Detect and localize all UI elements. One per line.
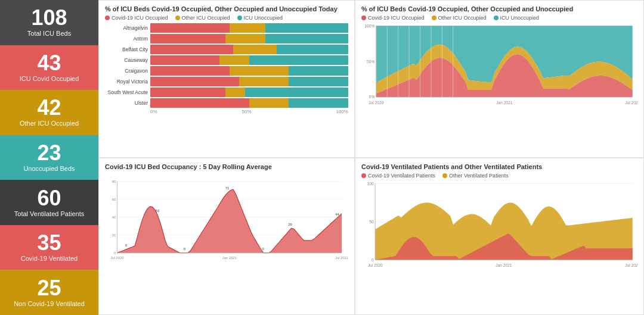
svg-text:40: 40 bbox=[112, 215, 116, 219]
hbar-gold bbox=[239, 77, 289, 86]
legend-dot bbox=[361, 173, 366, 178]
stat-number-covid-vent: 35 bbox=[37, 232, 61, 254]
hbar-track bbox=[150, 55, 348, 65]
hbar-gold bbox=[230, 23, 265, 33]
area-chart-top-legend: Covid-19 ICU OccupiedOther ICU OccupiedI… bbox=[361, 15, 637, 21]
stat-label-noncovid-vent: Non Covid-19 Ventilated bbox=[14, 300, 85, 308]
stat-card-total-icu: 108 Total ICU Beds bbox=[0, 0, 98, 45]
svg-text:Jan 2021: Jan 2021 bbox=[222, 255, 237, 259]
svg-text:0: 0 bbox=[262, 247, 264, 251]
svg-text:Jul 2020: Jul 2020 bbox=[369, 101, 383, 105]
svg-text:0%: 0% bbox=[369, 95, 375, 99]
bar-chart-legend: Covid-19 ICU OccupiedOther ICU OccupiedI… bbox=[105, 15, 348, 21]
legend-dot bbox=[442, 173, 447, 178]
top-area-svg: 0%50%100%Jul 2020Jan 2021Jul 2021 bbox=[361, 23, 637, 110]
svg-text:100%: 100% bbox=[364, 24, 374, 28]
stat-label-other-icu: Other ICU Occupied bbox=[20, 120, 79, 127]
xaxis-label: 100% bbox=[336, 109, 348, 114]
legend-item: Other ICU Occupied bbox=[175, 15, 230, 21]
hbar-gold bbox=[230, 66, 289, 76]
xaxis-label: 50% bbox=[242, 109, 252, 114]
bottom-area-svg: 050100Jul 2020Jan 2021Jul 2021 bbox=[361, 181, 637, 272]
legend-label: Other ICU Occupied bbox=[182, 15, 230, 21]
hbar-teal bbox=[265, 23, 348, 33]
hbar-teal bbox=[249, 55, 348, 65]
legend-dot bbox=[175, 15, 180, 20]
legend-dot bbox=[237, 15, 242, 20]
hbar-gold bbox=[225, 34, 265, 43]
hbar-label: South West Acute bbox=[105, 89, 148, 95]
svg-text:0: 0 bbox=[371, 257, 374, 261]
legend-item: ICU Unoccupied bbox=[237, 15, 283, 21]
svg-text:20: 20 bbox=[112, 233, 116, 236]
hbar-row: Antrim bbox=[105, 34, 348, 43]
area-chart-bottom-title: Covid-19 Ventilated Patients and Other V… bbox=[361, 163, 637, 170]
hbar-red bbox=[150, 88, 225, 97]
hbar-red bbox=[150, 66, 230, 76]
stat-number-other-icu: 42 bbox=[37, 97, 61, 118]
svg-text:50%: 50% bbox=[367, 60, 374, 64]
legend-label: Other Ventilated Patients bbox=[449, 173, 509, 179]
hbar-red bbox=[150, 34, 225, 43]
svg-text:Jul 2020: Jul 2020 bbox=[368, 263, 383, 267]
hbar-red bbox=[150, 45, 233, 54]
svg-text:Jul 2021: Jul 2021 bbox=[625, 101, 637, 105]
legend-label: Other ICU Occupied bbox=[438, 15, 487, 21]
hbar-gold bbox=[249, 98, 289, 108]
hbar-teal bbox=[289, 77, 348, 86]
svg-text:80: 80 bbox=[112, 179, 116, 183]
legend-item: Covid-19 Ventilated Patients bbox=[361, 173, 435, 179]
hbar-gold bbox=[219, 55, 249, 65]
svg-text:60: 60 bbox=[112, 197, 116, 201]
hbar-row: Ulster bbox=[105, 98, 348, 108]
stat-number-icu-covid: 43 bbox=[37, 52, 61, 74]
hbar-row: South West Acute bbox=[105, 88, 348, 97]
area-chart-top-title: % of ICU Beds Covid-19 Occupied, Other O… bbox=[361, 5, 637, 13]
stat-label-total-vent: Total Ventilated Patients bbox=[14, 210, 84, 218]
hbar-track bbox=[150, 66, 348, 76]
legend-dot bbox=[361, 15, 366, 20]
legend-dot bbox=[432, 15, 436, 20]
hbar-track bbox=[150, 34, 348, 43]
svg-text:50: 50 bbox=[369, 219, 374, 223]
hbar-row: Craigavon bbox=[105, 66, 348, 76]
svg-text:Jan 2021: Jan 2021 bbox=[496, 263, 512, 267]
hbar-teal bbox=[277, 45, 348, 54]
stat-card-other-icu: 42 Other ICU Occupied bbox=[0, 90, 98, 135]
bottom-row: Covid-19 ICU Bed Occupancy : 5 Day Rolli… bbox=[98, 158, 644, 316]
svg-text:0: 0 bbox=[184, 247, 185, 251]
hbar-row: Causeway bbox=[105, 55, 348, 65]
stat-number-unoccupied: 23 bbox=[37, 142, 61, 164]
legend-dot bbox=[105, 15, 110, 20]
hbar-label: Craigavon bbox=[105, 68, 148, 74]
hbar-teal bbox=[289, 66, 348, 76]
stat-card-noncovid-vent: 25 Non Covid-19 Ventilated bbox=[0, 270, 98, 315]
svg-text:Jul 2021: Jul 2021 bbox=[625, 263, 637, 267]
hbar-red bbox=[150, 98, 249, 108]
area-chart-bottom-panel: Covid-19 Ventilated Patients and Other V… bbox=[355, 158, 644, 316]
stat-card-total-vent: 60 Total Ventilated Patients bbox=[0, 180, 98, 225]
bar-chart-title: % of ICU Beds Covid-19 Occupied, Other O… bbox=[105, 5, 348, 13]
sidebar: 108 Total ICU Beds 43 ICU Covid Occupied… bbox=[0, 0, 98, 315]
stat-label-icu-covid: ICU Covid Occupied bbox=[20, 75, 79, 83]
legend-item: Covid-19 ICU Occupied bbox=[361, 15, 425, 21]
svg-text:52: 52 bbox=[156, 209, 159, 213]
hbar-gold bbox=[233, 45, 277, 54]
legend-label: ICU Unoccupied bbox=[244, 15, 283, 21]
hbar-red bbox=[150, 23, 230, 33]
hbar-row: Belfast City bbox=[105, 45, 348, 54]
legend-label: ICU Unoccupied bbox=[500, 15, 540, 21]
legend-label: Covid-19 Ventilated Patients bbox=[368, 173, 435, 179]
bottom-line-svg: 02040608052712900044Jul 2020Jan 2021Jul … bbox=[105, 173, 348, 264]
hbar-label: Altnagelvin bbox=[105, 25, 148, 31]
hbar-row: Royal Victoria bbox=[105, 77, 348, 86]
stat-label-covid-vent: Covid-19 Ventilated bbox=[21, 255, 78, 263]
stat-label-total-icu: Total ICU Beds bbox=[27, 30, 71, 38]
hbar-track bbox=[150, 98, 348, 108]
hbar-label: Royal Victoria bbox=[105, 79, 148, 85]
hbar-teal bbox=[265, 34, 348, 43]
stat-card-unoccupied: 23 Unoccupied Beds bbox=[0, 135, 98, 180]
stat-number-total-icu: 108 bbox=[31, 7, 67, 29]
svg-text:0: 0 bbox=[114, 251, 116, 254]
hbar-track bbox=[150, 88, 348, 97]
